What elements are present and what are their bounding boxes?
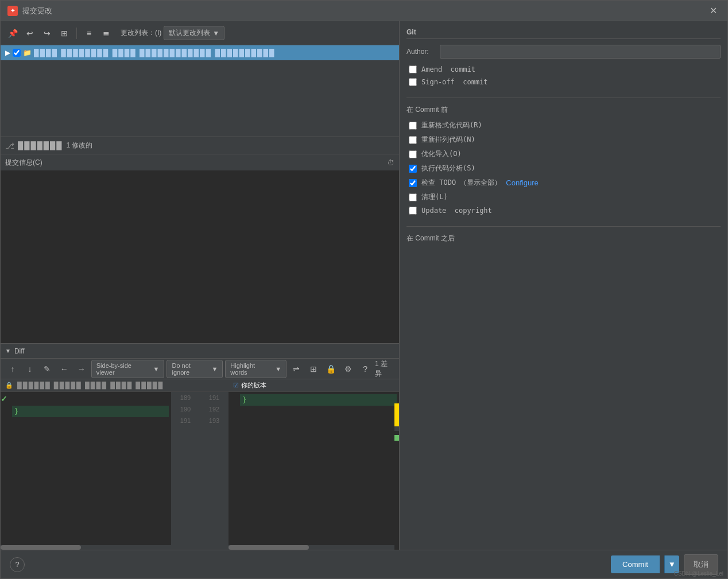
- pin-button[interactable]: 📌: [5, 26, 20, 41]
- todo-row: 检查 TODO （显示全部） Configure: [406, 178, 721, 188]
- dialog-title: 提交更改: [22, 6, 706, 16]
- diff-content: 🔒 ██████ █████ ████ ████ █████ ✓ }: [1, 379, 399, 550]
- right-num-3: 193: [209, 417, 219, 424]
- rearrange-label: 重新排列代码(N): [421, 135, 475, 145]
- amend-checkbox[interactable]: [409, 65, 417, 73]
- diff-section: ▼ Diff ↑ ↓ ✎ ← → Side-by-side viewer ▼ D…: [1, 343, 399, 550]
- changelist-dropdown[interactable]: 默认更改列表 ▼: [164, 26, 224, 40]
- file-tree-area: ▶ 📁 ████ ████████ ████ ████████████ ████…: [1, 45, 399, 137]
- modified-count: 1 修改的: [66, 141, 92, 150]
- app-icon: ✦: [7, 6, 18, 16]
- diff-left-file-header: 🔒 ██████ █████ ████ ████ █████: [1, 379, 171, 392]
- right-num-2: 192: [209, 406, 219, 413]
- optimize-checkbox[interactable]: [409, 150, 417, 158]
- diff-help-button[interactable]: ?: [358, 362, 373, 376]
- commit-msg-header: 提交信息(C) ⏱: [1, 154, 399, 170]
- help-button[interactable]: ?: [10, 557, 25, 572]
- commit-msg-label: 提交信息(C): [5, 158, 42, 168]
- highlight-dropdown-label: Highlight words: [230, 362, 273, 376]
- signoff-commit-row: Sign-off commit: [406, 78, 721, 86]
- diff-label: Diff: [14, 347, 25, 355]
- diff-right-code: }: [229, 392, 399, 419]
- dropdown-arrow-icon: ▼: [212, 29, 219, 37]
- author-input[interactable]: [440, 45, 721, 59]
- left-panel: 📌 ↩ ↪ ⊞ ≡ ≣ 更改列表：(I) 默认更改列表 ▼ ▶: [1, 21, 400, 550]
- branch-icon: ⎇: [5, 141, 14, 150]
- undo-button[interactable]: ↩: [22, 26, 37, 41]
- diff-code-line-added: }: [12, 406, 169, 417]
- toolbar: 📌 ↩ ↪ ⊞ ≡ ≣ 更改列表：(I) 默认更改列表 ▼: [1, 21, 399, 45]
- diff-right-scrollbar-thumb: [229, 545, 309, 550]
- amend-label: Amend commit: [421, 65, 475, 73]
- diff-left-content: }: [1, 392, 171, 431]
- title-bar: ✦ 提交更改 ✕: [1, 1, 727, 21]
- commit-msg-input[interactable]: [1, 170, 399, 343]
- diff-toggle-icon[interactable]: ▼: [5, 348, 11, 354]
- app-icon-symbol: ✦: [10, 7, 15, 14]
- configure-link[interactable]: Configure: [506, 178, 538, 187]
- diff-icon2-button[interactable]: ⊞: [306, 362, 321, 376]
- your-version-bar: ☑ 你的版本: [229, 379, 399, 392]
- highlight-dropdown[interactable]: Highlight words ▼: [225, 360, 286, 378]
- commit-dialog: ✦ 提交更改 ✕ 📌 ↩ ↪ ⊞ ≡ ≣ 更改列表：(I) 默认更改列表 ▼: [0, 0, 728, 579]
- signoff-checkbox[interactable]: [409, 78, 417, 86]
- diff-right-content: }: [229, 392, 399, 419]
- code-text-right: }: [242, 396, 246, 404]
- analyze-label: 执行代码分析(S): [421, 164, 475, 173]
- commit-button[interactable]: Commit: [611, 555, 660, 573]
- main-content: 📌 ↩ ↪ ⊞ ≡ ≣ 更改列表：(I) 默认更改列表 ▼ ▶: [1, 21, 727, 550]
- ignore-dropdown[interactable]: Do not ignore ▼: [166, 360, 223, 378]
- before-commit-title: 在 Commit 前: [406, 105, 721, 115]
- watermark: CSDN @Leslie_Lei: [674, 570, 723, 577]
- diff-left-scrollbar-thumb: [1, 545, 81, 550]
- analyze-row: 执行代码分析(S): [406, 164, 721, 173]
- diff-count: 1 差异: [375, 359, 394, 379]
- diff-prev-button[interactable]: ←: [57, 362, 72, 376]
- branch-name: ███████: [18, 141, 63, 150]
- mini-scrollbar-thumb-yellow: [394, 403, 399, 426]
- copyright-row: Update copyright: [406, 207, 721, 215]
- diff-up-button[interactable]: ↑: [5, 362, 20, 376]
- rearrange-checkbox[interactable]: [409, 136, 417, 144]
- amend-commit-row: Amend commit: [406, 65, 721, 73]
- modified-section: ⎇ ███████ 1 修改的: [1, 137, 399, 154]
- diff-next-button[interactable]: →: [74, 362, 89, 376]
- cleanup-checkbox[interactable]: [409, 193, 417, 201]
- todo-checkbox[interactable]: [409, 179, 417, 187]
- file-checkbox[interactable]: [13, 49, 21, 57]
- diff-icon1-button[interactable]: ⇌: [289, 362, 304, 376]
- viewer-dropdown[interactable]: Side-by-side viewer ▼: [91, 360, 165, 378]
- history-icon[interactable]: ⏱: [387, 158, 394, 167]
- grid-button[interactable]: ⊞: [57, 26, 72, 41]
- diff-right-scrollbar[interactable]: [229, 545, 394, 550]
- analyze-checkbox[interactable]: [409, 165, 417, 173]
- toolbar-divider: [76, 28, 77, 39]
- line-num-row-1: 189 191: [171, 392, 229, 403]
- signoff-label: Sign-off commit: [421, 78, 488, 86]
- section-divider-2: [406, 226, 721, 227]
- diff-left-scrollbar[interactable]: [1, 545, 171, 550]
- redo-button[interactable]: ↪: [40, 26, 55, 41]
- align-button1[interactable]: ≡: [82, 26, 96, 41]
- copyright-checkbox[interactable]: [409, 207, 417, 215]
- file-tree-row[interactable]: ▶ 📁 ████ ████████ ████ ████████████ ████…: [1, 45, 399, 60]
- diff-down-button[interactable]: ↓: [22, 362, 37, 376]
- diff-lock-button[interactable]: 🔒: [323, 362, 338, 376]
- line-numbers: 189 191 190 192 191 193: [171, 392, 229, 426]
- section-divider-1: [406, 98, 721, 98]
- file-tree-row-inner: ▶ 📁 ████ ████████ ████ ████████████ ████…: [5, 49, 275, 57]
- reformat-checkbox[interactable]: [409, 122, 417, 130]
- diff-separator: 189 191 190 192 191 193: [171, 379, 229, 550]
- diff-code-area-right: }: [238, 392, 399, 419]
- diff-left-panel: 🔒 ██████ █████ ████ ████ █████ ✓ }: [1, 379, 171, 550]
- your-version-check-icon: ☑: [233, 382, 239, 389]
- author-label: Author:: [406, 48, 435, 56]
- changelist-label: 更改列表：(I): [121, 28, 161, 38]
- left-num-2: 190: [180, 406, 191, 413]
- diff-settings-button[interactable]: ⚙: [340, 362, 355, 376]
- changelist-value: 默认更改列表: [169, 28, 210, 38]
- diff-edit-button[interactable]: ✎: [40, 362, 55, 376]
- align-button2[interactable]: ≣: [99, 26, 114, 41]
- close-button[interactable]: ✕: [706, 3, 721, 18]
- git-section-title: Git: [406, 28, 721, 39]
